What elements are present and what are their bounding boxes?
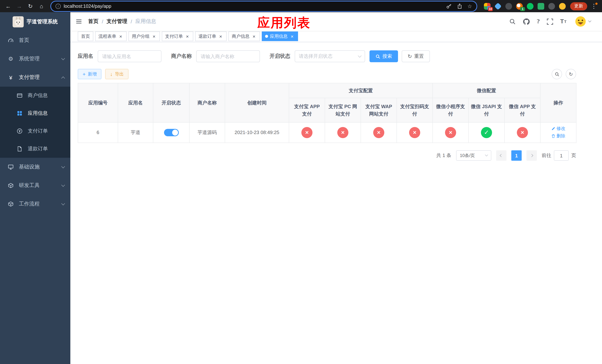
sidebar-item-workflow[interactable]: 工作流程 [0, 195, 70, 213]
extensions-area: 10 1 [482, 3, 568, 10]
col-app-id: 应用编号 [78, 83, 118, 122]
chevron-down-icon [61, 183, 65, 187]
dashboard-icon [7, 37, 14, 43]
breadcrumb-home[interactable]: 首页 [88, 18, 98, 25]
box-icon [7, 201, 14, 207]
merchant-name-input[interactable] [196, 50, 260, 62]
goto-page-input[interactable] [554, 150, 569, 161]
tab-label: 应用信息 [270, 33, 288, 39]
prev-page-button[interactable] [496, 150, 506, 161]
toggle-search-button[interactable] [552, 69, 562, 79]
tab-refund-order[interactable]: 退款订单× [195, 32, 226, 41]
tab-pay-order[interactable]: 支付订单× [162, 32, 193, 41]
extension-icon-7[interactable] [548, 3, 555, 10]
reset-button[interactable]: ↻ 重置 [402, 50, 430, 62]
bookmark-star-icon[interactable]: ☆ [467, 3, 472, 9]
extension-icon-8[interactable] [559, 3, 566, 10]
github-icon[interactable] [523, 18, 530, 25]
close-icon[interactable]: × [151, 34, 157, 39]
extension-icon-4[interactable]: 1 [516, 3, 523, 10]
pagination-total: 共 1 条 [436, 152, 451, 159]
share-icon[interactable] [457, 3, 462, 9]
extension-icon-6[interactable] [538, 3, 544, 10]
home-icon[interactable]: ⌂ [37, 2, 46, 11]
forward-icon[interactable]: → [15, 2, 24, 11]
font-size-icon[interactable]: TT [560, 18, 567, 25]
fullscreen-icon[interactable] [547, 18, 553, 25]
browser-window: ← → ↻ ⌂ i localhost:1024/pay/app ☆ 10 1 [0, 0, 602, 364]
browser-update-button[interactable]: 更新 [570, 2, 587, 10]
help-icon[interactable]: ? [537, 18, 540, 25]
cell-alipay-pc: × [325, 122, 361, 143]
sidebar-toggle-icon[interactable] [75, 18, 82, 25]
edit-link[interactable]: 修改 [551, 125, 565, 132]
tab-home[interactable]: 首页 [78, 32, 93, 41]
search-button[interactable]: 搜索 [369, 50, 398, 62]
app-name-input[interactable] [98, 50, 161, 62]
sidebar-item-dev-tools[interactable]: 研发工具 [0, 176, 70, 195]
sidebar-item-pay-order[interactable]: 支付订单 [0, 122, 70, 140]
close-icon[interactable]: × [290, 34, 295, 39]
sidebar-item-payment[interactable]: ¥ 支付管理 [0, 68, 70, 87]
search-icon[interactable] [509, 18, 516, 25]
next-page-button[interactable] [527, 150, 537, 161]
col-alipay-qr: 支付宝扫码支付 [397, 98, 433, 122]
status-select[interactable]: 请选择开启状态 [295, 50, 365, 62]
font-size-glyph-small: T [564, 20, 567, 23]
tab-label: 流程表单 [98, 33, 116, 39]
sidebar-item-app-info[interactable]: 应用信息 [0, 104, 70, 122]
sidebar-item-merchant-info[interactable]: 商户信息 [0, 87, 70, 104]
password-key-icon[interactable] [446, 3, 452, 9]
sidebar-item-home[interactable]: 首页 [0, 31, 70, 50]
sidebar-item-label: 基础设施 [19, 164, 60, 170]
chevron-down-icon [61, 164, 65, 168]
site-info-icon[interactable]: i [55, 3, 61, 9]
trash-icon [551, 134, 555, 138]
url-text[interactable]: localhost:1024/pay/app [64, 3, 443, 9]
app-logo[interactable]: 芋道管理系统 [0, 12, 70, 31]
sidebar-item-infrastructure[interactable]: 基础设施 [0, 158, 70, 176]
extension-icon-2[interactable] [494, 2, 502, 10]
cell-created: 2021-10-23 08:49:25 [225, 122, 289, 143]
cell-wechat-mini: × [433, 122, 469, 143]
chevron-up-icon [61, 76, 65, 80]
tab-app-info[interactable]: 应用信息× [262, 32, 298, 41]
col-created: 创建时间 [225, 83, 289, 122]
table-row: 6 芋道 芋道源码 2021-10-23 08:49:25 × × × × × … [78, 122, 576, 143]
extension-icon-5[interactable] [527, 3, 534, 10]
app-title: 芋道管理系统 [27, 18, 58, 25]
close-icon[interactable]: × [251, 34, 257, 39]
refresh-table-button[interactable]: ↻ [566, 69, 576, 79]
enabled-switch[interactable] [164, 129, 179, 137]
tab-merchant-info[interactable]: 商户信息× [228, 32, 260, 41]
font-size-glyph: T [560, 18, 564, 25]
user-avatar[interactable] [575, 16, 591, 27]
delete-link[interactable]: 删除 [551, 133, 565, 139]
sidebar-item-refund-order[interactable]: 退款订单 [0, 140, 70, 158]
close-icon[interactable]: × [118, 34, 123, 39]
address-bar[interactable]: i localhost:1024/pay/app ☆ [51, 1, 476, 11]
close-icon[interactable]: × [185, 34, 190, 39]
cell-status [153, 122, 189, 143]
current-page-button[interactable]: 1 [511, 150, 522, 161]
cell-merchant: 芋道源码 [189, 122, 225, 143]
col-app-name: 应用名 [118, 83, 153, 122]
tab-user-group[interactable]: 用户分组× [129, 32, 160, 41]
export-button[interactable]: ↓ 导出 [105, 69, 129, 79]
document-icon [16, 146, 23, 152]
back-icon[interactable]: ← [4, 2, 13, 11]
extension-icon-3[interactable] [505, 3, 512, 10]
page-size-select[interactable]: 10条/页 [456, 150, 491, 161]
extension-badge: 10 [488, 7, 493, 11]
extension-icon-1[interactable]: 10 [484, 3, 491, 10]
refresh-icon: ↻ [408, 54, 412, 59]
breadcrumb-payment[interactable]: 支付管理 [107, 18, 127, 25]
close-icon[interactable]: × [218, 34, 223, 39]
sidebar-item-system[interactable]: ⚙ 系统管理 [0, 50, 70, 68]
cell-app-id: 6 [78, 122, 118, 143]
breadcrumb: 首页 / 支付管理 / 应用信息 [88, 18, 156, 25]
tab-process-form[interactable]: 流程表单× [95, 32, 127, 41]
browser-menu-icon[interactable]: ⋮ [589, 2, 598, 11]
reload-icon[interactable]: ↻ [26, 2, 35, 11]
add-button[interactable]: + 新增 [78, 69, 101, 79]
